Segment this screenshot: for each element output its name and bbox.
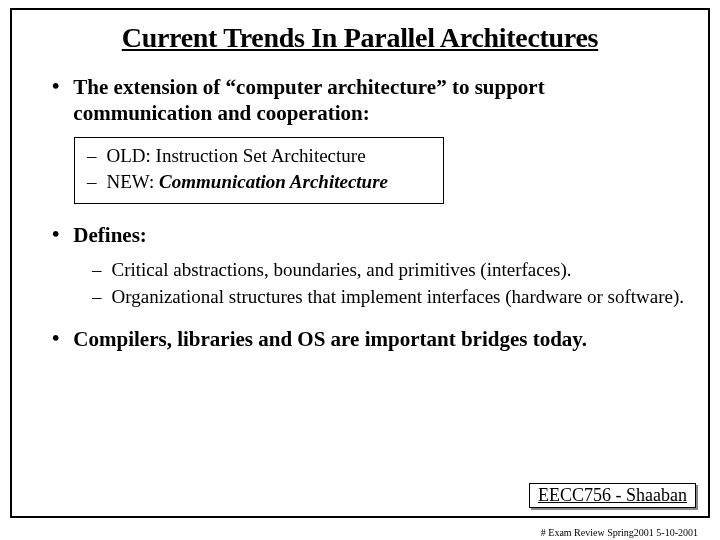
sub-bullet-old: – OLD: Instruction Set Architecture [87, 144, 435, 169]
sub-2a-text: Critical abstractions, boundaries, and p… [112, 258, 572, 283]
bullet-dot-icon: • [52, 74, 59, 127]
sub-new-prefix: NEW: [107, 171, 160, 192]
footer-course-box: EECC756 - Shaaban [529, 483, 696, 508]
dash-icon: – [92, 258, 102, 283]
bullet-1: • The extension of “computer architectur… [52, 74, 686, 127]
slide-title: Current Trends In Parallel Architectures [34, 22, 686, 54]
sub-bullet-2a: – Critical abstractions, boundaries, and… [92, 258, 686, 283]
bullet-3-text: Compilers, libraries and OS are importan… [73, 326, 587, 352]
bullet-3: • Compilers, libraries and OS are import… [52, 326, 686, 352]
dash-icon: – [87, 144, 97, 169]
footer-course-label: EECC756 - Shaaban [529, 483, 696, 508]
sub-bullet-new: – NEW: Communication Architecture [87, 170, 435, 195]
dash-icon: – [87, 170, 97, 195]
sub-bullet-2b: – Organizational structures that impleme… [92, 285, 686, 310]
bullet-dot-icon: • [52, 222, 59, 248]
sub-old-text: Instruction Set Architecture [156, 145, 366, 166]
bullet-2-text: Defines: [73, 222, 146, 248]
bullet-1-text: The extension of “computer architecture”… [73, 74, 686, 127]
sub-new-text: Communication Architecture [159, 171, 388, 192]
sub-old-prefix: OLD: [107, 145, 156, 166]
callout-box: – OLD: Instruction Set Architecture – NE… [74, 137, 444, 204]
sub-2b-text: Organizational structures that implement… [112, 285, 685, 310]
bullet-2: • Defines: [52, 222, 686, 248]
bullet-dot-icon: • [52, 326, 59, 352]
dash-icon: – [92, 285, 102, 310]
sub-new-content: NEW: Communication Architecture [107, 170, 389, 195]
sub-old-content: OLD: Instruction Set Architecture [107, 144, 366, 169]
footer-meta: # Exam Review Spring2001 5-10-2001 [541, 527, 698, 538]
slide-frame: Current Trends In Parallel Architectures… [10, 8, 710, 518]
